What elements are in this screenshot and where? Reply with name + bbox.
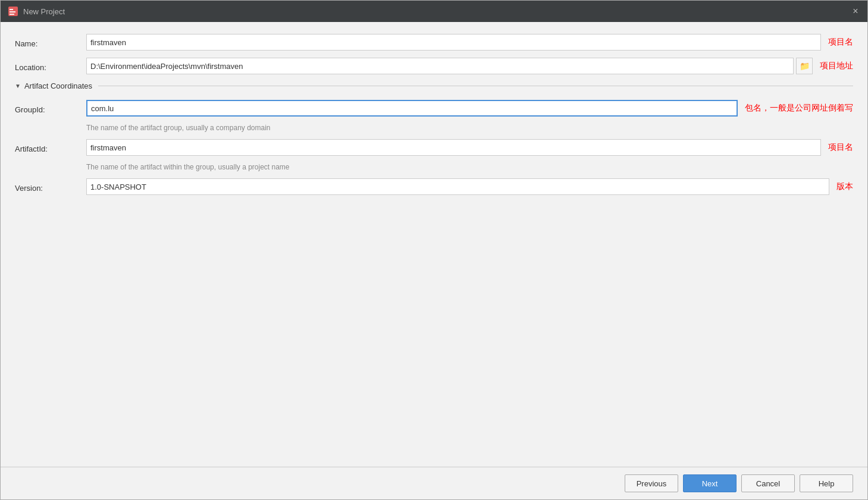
- section-toggle-icon[interactable]: ▼: [15, 83, 21, 89]
- name-field-wrapper: 项目名: [86, 34, 853, 51]
- cancel-button[interactable]: Cancel: [741, 474, 795, 492]
- artifact-section-title: Artifact Coordinates: [24, 81, 92, 90]
- groupid-row: GroupId: 包名，一般是公司网址倒着写: [15, 100, 853, 117]
- location-field-wrapper: 📁 项目地址: [86, 58, 853, 74]
- artifactid-field-wrapper: 项目名: [86, 139, 853, 156]
- artifactid-row: ArtifactId: 项目名: [15, 139, 853, 156]
- app-icon: [8, 6, 18, 17]
- new-project-dialog: New Project × Name: 项目名 Location: 📁: [0, 0, 868, 500]
- previous-button[interactable]: Previous: [625, 474, 678, 492]
- location-input-wrapper: 📁: [86, 58, 813, 74]
- version-label: Version:: [15, 181, 86, 193]
- artifact-section-header: ▼ Artifact Coordinates: [15, 81, 853, 90]
- svg-rect-2: [10, 11, 15, 12]
- close-button[interactable]: ×: [851, 7, 860, 16]
- folder-icon: 📁: [800, 61, 810, 71]
- name-input[interactable]: [86, 34, 821, 51]
- svg-rect-3: [10, 14, 14, 15]
- groupid-hint: The name of the artifact group, usually …: [86, 124, 853, 132]
- svg-rect-1: [10, 9, 13, 10]
- title-bar: New Project ×: [1, 1, 867, 22]
- location-input[interactable]: [86, 58, 794, 74]
- version-row: Version: 版本: [15, 178, 853, 195]
- artifactid-input[interactable]: [86, 139, 821, 156]
- next-button[interactable]: Next: [683, 474, 737, 492]
- groupid-input[interactable]: [86, 100, 738, 117]
- dialog-body: Name: 项目名 Location: 📁 项目地址 ▼ Arti: [1, 22, 867, 467]
- groupid-field-wrapper: 包名，一般是公司网址倒着写: [86, 100, 853, 117]
- groupid-annotation: 包名，一般是公司网址倒着写: [745, 103, 853, 114]
- version-input[interactable]: [86, 178, 829, 195]
- title-bar-left: New Project: [8, 6, 65, 17]
- dialog-title: New Project: [23, 7, 65, 16]
- location-row: Location: 📁 项目地址: [15, 58, 853, 74]
- name-row: Name: 项目名: [15, 34, 853, 51]
- section-divider: [98, 86, 853, 86]
- artifactid-hint: The name of the artifact within the grou…: [86, 163, 853, 171]
- name-annotation: 项目名: [828, 37, 853, 48]
- artifactid-label: ArtifactId:: [15, 142, 86, 153]
- browse-folder-button[interactable]: 📁: [796, 58, 813, 74]
- help-button[interactable]: Help: [800, 474, 853, 492]
- location-label: Location:: [15, 61, 86, 72]
- version-annotation: 版本: [836, 181, 853, 192]
- name-label: Name:: [15, 37, 86, 48]
- version-field-wrapper: 版本: [86, 178, 853, 195]
- groupid-label: GroupId:: [15, 103, 86, 114]
- artifactid-annotation: 项目名: [828, 142, 853, 153]
- dialog-footer: Previous Next Cancel Help: [1, 467, 867, 499]
- location-annotation: 项目地址: [820, 61, 853, 71]
